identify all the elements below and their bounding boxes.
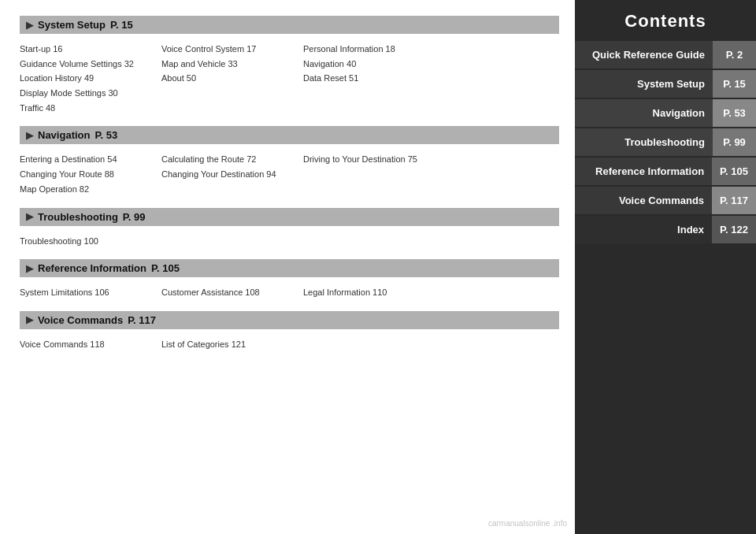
list-item: Start-up 16 [20,42,146,57]
voice-col-2: List of Categories 121 [161,337,287,352]
system-setup-body: Start-up 16 Guidance Volume Settings 32 … [20,39,559,126]
system-setup-arrow-icon: ▶ [26,20,33,31]
sidebar-item-qrg-label: Quick Reference Guide [575,41,713,69]
list-item: About 50 [161,71,287,86]
system-setup-title: System Setup [38,19,106,31]
list-item: Changing Your Route 88 [20,167,146,182]
reference-information-title: Reference Information [38,262,146,274]
list-item: Personal Information 18 [303,42,429,57]
voice-commands-arrow-icon: ▶ [26,314,33,325]
sidebar-item-index-page: P. 122 [712,216,756,243]
reference-information-header: ▶ Reference Information P. 105 [20,259,559,277]
navigation-arrow-icon: ▶ [26,130,33,141]
sidebar-item-troubleshooting[interactable]: Troubleshooting P. 99 [575,128,756,156]
list-item: Troubleshooting 100 [20,234,146,249]
reference-information-page: P. 105 [151,262,180,274]
reference-col-2: Customer Assistance 108 [161,285,287,300]
navigation-body: Entering a Destination 54 Changing Your … [20,149,559,207]
voice-commands-header: ▶ Voice Commands P. 117 [20,311,559,329]
troubleshooting-col-1: Troubleshooting 100 [20,234,146,249]
troubleshooting-body: Troubleshooting 100 [20,231,559,260]
sidebar-item-index[interactable]: Index P. 122 [575,216,756,243]
main-content: ▶ System Setup P. 15 Start-up 16 Guidanc… [0,0,575,534]
system-setup-page: P. 15 [110,19,133,31]
list-item: Driving to Your Destination 75 [303,152,429,167]
sidebar-item-reference-label: Reference Information [575,158,712,185]
list-item: Guidance Volume Settings 32 [20,57,146,72]
sidebar-item-setup-label: System Setup [575,70,713,98]
list-item: Traffic 48 [20,101,146,116]
navigation-title: Navigation [38,129,90,141]
voice-commands-body: Voice Commands 118 List of Categories 12… [20,334,559,363]
navigation-col-4: Map Operation 82 [20,182,146,197]
troubleshooting-title: Troubleshooting [38,211,118,223]
list-item: System Limitations 106 [20,285,146,300]
sidebar-item-navigation-label: Navigation [575,99,713,127]
sidebar-item-setup[interactable]: System Setup P. 15 [575,70,756,98]
sidebar-item-index-label: Index [575,216,712,243]
voice-commands-page: P. 117 [128,314,156,326]
list-item: Map Operation 82 [20,182,146,197]
navigation-col-3: Driving to Your Destination 75 [303,152,429,181]
list-item: Map and Vehicle 33 [161,57,287,72]
voice-col-1: Voice Commands 118 [20,337,146,352]
system-setup-header: ▶ System Setup P. 15 [20,16,559,34]
navigation-header: ▶ Navigation P. 53 [20,126,559,144]
list-item: Calculating the Route 72 [161,152,287,167]
list-item: Voice Control System 17 [161,42,287,57]
list-item: Voice Commands 118 [20,337,146,352]
navigation-page: P. 53 [94,129,117,141]
reference-arrow-icon: ▶ [26,263,33,274]
list-item: Entering a Destination 54 [20,152,146,167]
sidebar-item-troubleshooting-label: Troubleshooting [575,128,713,156]
sidebar-item-voice-commands[interactable]: Voice Commands P. 117 [575,187,756,214]
navigation-col-2: Calculating the Route 72 Changing Your D… [161,152,287,181]
list-item: Customer Assistance 108 [161,285,287,300]
list-item: List of Categories 121 [161,337,287,352]
list-item: Display Mode Settings 30 [20,86,146,101]
voice-commands-title: Voice Commands [38,314,123,326]
sidebar: Contents Quick Reference Guide P. 2 Syst… [575,0,756,534]
troubleshooting-page: P. 99 [123,211,146,223]
navigation-col-1: Entering a Destination 54 Changing Your … [20,152,146,181]
system-setup-col-4: Display Mode Settings 30 Traffic 48 [20,86,146,115]
sidebar-item-reference-information[interactable]: Reference Information P. 105 [575,158,756,185]
sidebar-item-voice-label: Voice Commands [575,187,712,214]
sidebar-item-qrg-page: P. 2 [713,41,756,69]
system-setup-col-3: Personal Information 18 Navigation 40 Da… [303,42,429,86]
watermark: carmanualsonline .info [488,519,567,528]
troubleshooting-arrow-icon: ▶ [26,211,33,222]
list-item: Changing Your Destination 94 [161,167,287,182]
sidebar-item-troubleshooting-page: P. 99 [713,128,756,156]
reference-information-body: System Limitations 106 Customer Assistan… [20,282,559,311]
list-item: Legal Information 110 [303,285,429,300]
system-setup-col-1: Start-up 16 Guidance Volume Settings 32 … [20,42,146,86]
sidebar-item-setup-page: P. 15 [713,70,756,98]
sidebar-item-navigation-page: P. 53 [713,99,756,127]
sidebar-title: Contents [575,0,756,41]
sidebar-item-qrg[interactable]: Quick Reference Guide P. 2 [575,41,756,69]
sidebar-item-reference-page: P. 105 [712,158,756,185]
system-setup-col-2: Voice Control System 17 Map and Vehicle … [161,42,287,86]
troubleshooting-header: ▶ Troubleshooting P. 99 [20,208,559,226]
sidebar-item-navigation[interactable]: Navigation P. 53 [575,99,756,127]
list-item: Data Reset 51 [303,71,429,86]
reference-col-1: System Limitations 106 [20,285,146,300]
sidebar-item-voice-page: P. 117 [712,187,756,214]
list-item: Navigation 40 [303,57,429,72]
list-item: Location History 49 [20,71,146,86]
reference-col-3: Legal Information 110 [303,285,429,300]
